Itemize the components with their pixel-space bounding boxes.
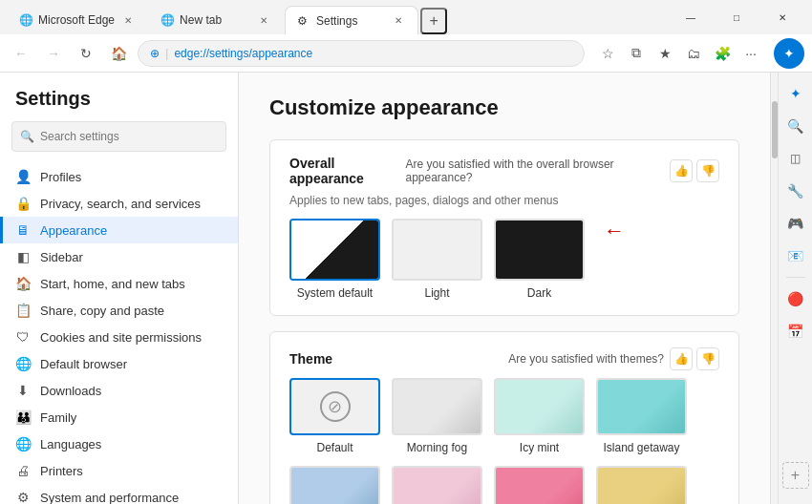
maximize-button[interactable]: □: [715, 3, 759, 32]
island-getaway-label: Island getaway: [603, 441, 679, 454]
appearance-subtitle: Applies to new tabs, pages, dialogs and …: [289, 194, 719, 207]
more-tools-icon[interactable]: ···: [737, 40, 764, 67]
sidebar-item-profiles-label: Profiles: [40, 170, 81, 184]
collections-icon[interactable]: 🗂: [680, 40, 707, 67]
family-icon: 👪: [15, 410, 31, 425]
tab-edge-close[interactable]: ✕: [120, 12, 136, 28]
theme-option-sunny-day[interactable]: Sunny day: [596, 466, 687, 504]
sidebar-item-languages[interactable]: 🌐 Languages: [0, 430, 238, 457]
split-screen-icon[interactable]: ⧉: [623, 40, 650, 67]
sidebar-item-privacy-label: Privacy, search, and services: [40, 197, 201, 211]
sidebar-add-button[interactable]: +: [782, 462, 809, 489]
page-title: Customize appearance: [269, 95, 739, 120]
feedback-appearance: Are you satisfied with the overall brows…: [405, 158, 719, 184]
appearance-option-light[interactable]: Light: [392, 219, 482, 300]
settings-tab-icon: ⚙: [297, 14, 310, 28]
sidebar-item-start-home[interactable]: 🏠 Start, home, and new tabs: [0, 270, 238, 297]
sidebar-item-sidebar[interactable]: ◧ Sidebar: [0, 243, 238, 270]
copilot-sidebar-button[interactable]: ✦: [782, 80, 809, 107]
back-button[interactable]: ←: [8, 40, 34, 67]
tab-settings[interactable]: ⚙ Settings ✕: [285, 6, 418, 34]
sidebar-extra-2-button[interactable]: 📅: [782, 318, 809, 345]
search-input[interactable]: [40, 130, 218, 143]
sidebar-item-family[interactable]: 👪 Family: [0, 404, 238, 430]
theme-thumbs-down-button[interactable]: 👎: [696, 347, 719, 370]
sidebar-item-cookies-label: Cookies and site permissions: [40, 330, 202, 345]
home-button[interactable]: 🏠: [105, 40, 132, 67]
theme-option-icy-mint[interactable]: Icy mint: [494, 378, 585, 454]
morning-fog-preview: [392, 378, 482, 435]
tab-newtab-close[interactable]: ✕: [256, 12, 271, 28]
sidebar-games-button[interactable]: 🎮: [782, 210, 809, 237]
appearance-option-dark[interactable]: Dark: [494, 219, 585, 300]
sidebar-tools-button[interactable]: 🔧: [782, 178, 809, 204]
sidebar-item-languages-label: Languages: [40, 437, 101, 452]
sidebar-item-default-browser[interactable]: 🌐 Default browser: [0, 350, 238, 377]
section-header-appearance: Overall appearance Are you satisfied wit…: [289, 156, 719, 186]
close-button[interactable]: ✕: [760, 3, 804, 32]
extensions-icon[interactable]: 🧩: [709, 40, 736, 67]
sidebar-item-share-copy[interactable]: 📋 Share, copy and paste: [0, 297, 238, 324]
refresh-button[interactable]: ↻: [73, 40, 99, 67]
feedback-theme: Are you satisfied with themes? 👍 👎: [508, 347, 719, 370]
appearance-option-system-default[interactable]: System default: [289, 219, 380, 300]
light-preview-bg: [394, 220, 481, 279]
default-theme-label: Default: [316, 441, 353, 454]
theme-thumbs-up-button[interactable]: 👍: [670, 347, 693, 370]
scrollbar-thumb[interactable]: [772, 101, 778, 158]
settings-content: Customize appearance Overall appearance …: [239, 73, 770, 504]
address-separator: |: [165, 46, 168, 60]
dark-preview: [494, 219, 585, 281]
sidebar-item-appearance[interactable]: 🖥 Appearance: [0, 217, 238, 243]
theme-option-cool-breeze[interactable]: Cool breeze: [289, 466, 380, 504]
red-arrow-indicator: ←: [604, 219, 625, 243]
new-tab-button[interactable]: +: [420, 8, 447, 34]
vertical-scrollbar[interactable]: [770, 73, 778, 504]
sidebar-outlook-button[interactable]: 📧: [782, 242, 809, 269]
sidebar-search-button[interactable]: 🔍: [782, 113, 809, 139]
forward-button[interactable]: →: [40, 40, 67, 67]
sidebar-collections-button[interactable]: ◫: [782, 145, 809, 172]
search-box[interactable]: 🔍: [11, 121, 226, 152]
address-bar[interactable]: ⊕ | edge://settings/appearance: [138, 40, 585, 67]
default-theme-preview: ⊘: [289, 378, 380, 435]
sidebar-item-downloads[interactable]: ⬇ Downloads: [0, 377, 238, 404]
morning-fog-label: Morning fog: [407, 441, 467, 454]
start-home-icon: 🏠: [15, 276, 31, 291]
sidebar-icon: ◧: [15, 249, 31, 264]
sidebar-extra-1-button[interactable]: 🔴: [782, 285, 809, 312]
theme-option-island-getaway[interactable]: Island getaway: [596, 378, 687, 454]
theme-option-default[interactable]: ⊘ Default: [289, 378, 380, 454]
thumbs-down-button[interactable]: 👎: [696, 159, 719, 182]
theme-option-bubblegum[interactable]: Bubblegum: [494, 466, 585, 504]
edge-logo-icon: ⊕: [150, 47, 160, 60]
tab-settings-close[interactable]: ✕: [391, 13, 406, 29]
system-default-preview-bg: [291, 220, 378, 279]
tab-new-tab[interactable]: 🌐 New tab ✕: [149, 6, 283, 34]
favorites-icon[interactable]: ★: [652, 40, 678, 67]
appearance-icon: 🖥: [15, 222, 31, 238]
copilot-button[interactable]: ✦: [774, 38, 804, 69]
sidebar-item-system[interactable]: ⚙ System and performance: [0, 484, 238, 504]
sidebar-item-privacy[interactable]: 🔒 Privacy, search, and services: [0, 190, 238, 217]
default-theme-icon: ⊘: [320, 391, 351, 422]
bookmark-icon[interactable]: ☆: [594, 40, 621, 67]
theme-option-silky-pink[interactable]: Silky pink: [392, 466, 482, 504]
icy-mint-preview: [494, 378, 585, 435]
island-getaway-preview: [596, 378, 687, 435]
theme-title: Theme: [289, 351, 332, 367]
tab-microsoft-edge[interactable]: 🌐 Microsoft Edge ✕: [8, 6, 147, 34]
system-default-preview: [289, 219, 380, 281]
thumbs-up-button[interactable]: 👍: [670, 159, 693, 182]
sidebar-item-cookies[interactable]: 🛡 Cookies and site permissions: [0, 324, 238, 350]
feedback-buttons: 👍 👎: [670, 159, 719, 182]
theme-options-grid: ⊘ Default Morning fog Icy mint Island ge…: [289, 378, 719, 504]
tab-settings-label: Settings: [316, 14, 385, 28]
minimize-button[interactable]: —: [669, 3, 713, 32]
theme-option-morning-fog[interactable]: Morning fog: [392, 378, 482, 454]
sidebar-item-printers[interactable]: 🖨 Printers: [0, 457, 238, 484]
sidebar-item-profiles[interactable]: 👤 Profiles: [0, 163, 238, 190]
profiles-icon: 👤: [15, 169, 31, 184]
sidebar-title: Settings: [0, 88, 238, 121]
languages-icon: 🌐: [15, 436, 31, 452]
